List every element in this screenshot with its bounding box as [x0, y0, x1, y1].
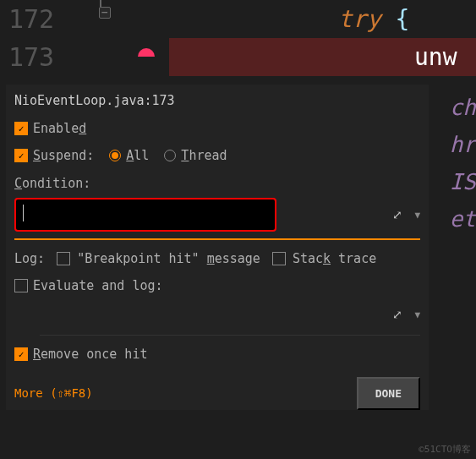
divider [40, 335, 420, 336]
more-link[interactable]: More (⇧⌘F8) [14, 386, 93, 400]
evaluate-label: Evaluate and log: [33, 278, 163, 293]
suspend-label: Suspend: [33, 148, 94, 163]
fold-handle-icon[interactable]: − [99, 7, 111, 19]
code-text: unw [414, 43, 457, 71]
enabled-label: Enabled [33, 121, 86, 136]
suspend-thread-radio[interactable] [164, 150, 176, 161]
suspend-all-label: All [126, 148, 149, 163]
log-label: Log: [14, 251, 45, 266]
text-cursor [23, 205, 24, 221]
breakpoint-icon[interactable] [138, 48, 155, 65]
remove-once-hit-label: Remove once hit [33, 347, 147, 362]
line-number: 172 [0, 4, 97, 34]
expand-icon[interactable]: ⤢ [392, 208, 402, 221]
brace: { [395, 5, 409, 33]
suspend-checkbox[interactable] [14, 149, 28, 162]
code-line: 173 unw [0, 38, 476, 76]
stack-trace-label: Stack trace [293, 251, 376, 266]
code-fragment: ch hr IS et [450, 89, 476, 238]
condition-input[interactable] [14, 198, 276, 232]
bp-hit-label: "Breakpoint hit" message [77, 251, 260, 266]
watermark: ©51CTO博客 [419, 443, 471, 456]
divider [14, 238, 420, 240]
expand-icon[interactable]: ⤢ [392, 308, 402, 321]
done-button[interactable]: DONE [357, 377, 420, 410]
chevron-down-icon[interactable]: ▼ [414, 210, 420, 221]
keyword: try [338, 5, 381, 33]
enabled-checkbox[interactable] [14, 122, 28, 135]
suspend-all-radio[interactable] [109, 150, 121, 161]
code-editor: 172 − try { 173 unw [0, 0, 476, 85]
breakpoint-popup: NioEventLoop.java:173 Enabled Suspend: A… [6, 85, 429, 410]
chevron-down-icon[interactable]: ▼ [414, 309, 420, 320]
popup-title: NioEventLoop.java:173 [14, 93, 420, 108]
suspend-thread-label: Thread [181, 148, 227, 163]
evaluate-checkbox[interactable] [14, 279, 28, 292]
condition-label: Condition: [14, 176, 420, 191]
bp-hit-checkbox[interactable] [57, 252, 70, 265]
line-number: 173 [0, 42, 97, 72]
remove-once-hit-checkbox[interactable] [14, 347, 28, 361]
code-line: 172 − try { [0, 0, 476, 38]
stack-trace-checkbox[interactable] [272, 252, 286, 265]
